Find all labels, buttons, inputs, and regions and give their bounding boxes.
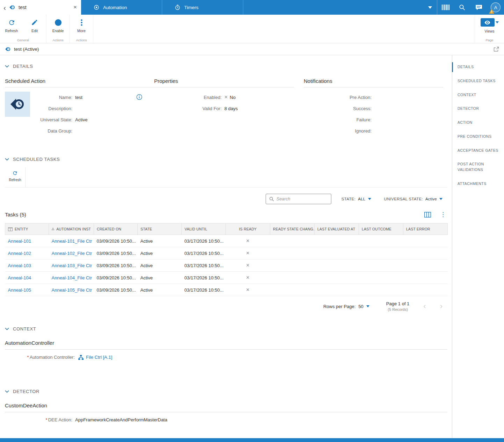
nav-item-action[interactable]: ACTION: [452, 116, 504, 130]
next-page-icon[interactable]: ›: [440, 302, 442, 310]
field-ignored: Ignored:: [304, 125, 443, 136]
field-label: DEE Action:: [48, 417, 72, 422]
field-label: Success:: [304, 106, 372, 111]
column-chooser-icon[interactable]: [424, 212, 431, 218]
expand-window-icon[interactable]: [494, 47, 499, 52]
nav-item-detector[interactable]: DETECTOR: [452, 102, 504, 116]
entity-link[interactable]: Anneal-102: [8, 251, 31, 256]
state-cell: Active: [138, 247, 182, 259]
automation-instance-link[interactable]: Anneal-105_File Ctr: [52, 287, 92, 293]
state-cell: Active: [138, 284, 182, 296]
entity-link[interactable]: Anneal-101: [8, 238, 31, 244]
chevron-down-icon: [5, 158, 9, 161]
top-bar: ‹ test × Automation Timers: [0, 0, 504, 15]
entity-link[interactable]: Anneal-105: [8, 287, 31, 293]
nav-item-pre-conditions[interactable]: PRE CONDITIONS: [452, 130, 504, 144]
column-header-ready-state-change[interactable]: READY STATE CHANG...: [270, 223, 315, 235]
refresh-icon: [8, 19, 15, 26]
entity-link[interactable]: Anneal-103: [8, 263, 31, 268]
field-value: test: [75, 95, 82, 100]
column-header-last-outcome[interactable]: LAST OUTCOME: [359, 223, 403, 235]
not-ready-icon: ×: [246, 238, 249, 244]
automation-instance-link[interactable]: Anneal-102_File Ctr: [52, 251, 92, 256]
nav-item-scheduled-tasks[interactable]: SCHEDULED TASKS: [452, 74, 504, 88]
table-row[interactable]: Anneal-104 Anneal-104_File Ctr 03/09/202…: [5, 272, 448, 284]
created-on-cell: 03/09/2026 10:50...: [94, 259, 138, 272]
automation-instance-link[interactable]: Anneal-103_File Ctr: [52, 263, 92, 268]
section-header-details[interactable]: DETAILS: [5, 64, 447, 69]
nav-item-details[interactable]: DETAILS: [452, 60, 504, 74]
field-label: Failure:: [304, 117, 372, 122]
automation-controller-link[interactable]: File Ctrl [A.1]: [86, 355, 112, 360]
search-button[interactable]: [454, 0, 470, 15]
section-header-context[interactable]: CONTEXT: [5, 326, 447, 332]
rows-per-page-value: 50: [358, 304, 363, 309]
search-input[interactable]: [276, 197, 328, 201]
tab-overflow-button[interactable]: [423, 0, 437, 15]
filter-label: UNIVERSAL STATE:: [384, 197, 423, 201]
column-header-last-error[interactable]: LAST ERROR: [403, 223, 448, 235]
nav-item-attachments[interactable]: ATTACHMENTS: [452, 177, 504, 191]
tab-label: Timers: [184, 5, 199, 10]
field-label: Data Group:: [5, 128, 72, 134]
nav-item-post-action-validations[interactable]: POST ACTION VALIDATIONS: [452, 157, 504, 177]
not-ready-icon: ×: [246, 262, 249, 268]
refresh-label: Refresh: [9, 178, 21, 182]
breadcrumb: test (Active): [0, 43, 504, 55]
section-header-scheduled-tasks[interactable]: SCHEDULED TASKS: [5, 157, 447, 162]
page-indicator: Page 1 of 1: [386, 301, 410, 306]
field-enabled: Enabled: × No: [154, 92, 294, 103]
back-icon[interactable]: ‹: [3, 4, 6, 11]
state-cell: Active: [138, 235, 182, 247]
entity-type-icon: [5, 46, 11, 52]
enable-icon: [55, 19, 62, 26]
top-bar-actions: A: [423, 0, 504, 15]
edit-icon: [31, 19, 38, 26]
enable-button[interactable]: Enable: [46, 15, 70, 38]
valid-until-cell: 03/17/2026 10:50...: [182, 272, 226, 284]
main-content: DETAILS Scheduled Action Name: t: [0, 55, 452, 438]
edit-button[interactable]: Edit: [23, 15, 46, 38]
rows-per-page-select[interactable]: Rows per Page: 50: [323, 304, 369, 309]
tab-timers[interactable]: Timers: [162, 0, 243, 15]
automation-instance-link[interactable]: Anneal-101_File Ctr: [52, 238, 92, 244]
toolbar-group-label: General: [0, 38, 46, 42]
previous-page-icon[interactable]: ‹: [423, 302, 426, 310]
tasks-refresh-button[interactable]: Refresh: [5, 167, 26, 187]
table-row[interactable]: Anneal-102 Anneal-102_File Ctr 03/09/202…: [5, 247, 448, 259]
close-tab-icon[interactable]: ×: [73, 4, 77, 11]
user-menu: A: [487, 0, 504, 15]
scheduled-action-icon: [9, 96, 26, 112]
nav-item-context[interactable]: CONTEXT: [452, 88, 504, 102]
column-header-last-evaluated[interactable]: LAST EVALUATED AT: [315, 223, 359, 235]
state-filter[interactable]: STATE: ALL: [341, 197, 371, 201]
entity-link[interactable]: Anneal-104: [8, 275, 31, 280]
panel-scheduled-action: Scheduled Action Name: test: [5, 78, 154, 136]
scan-button[interactable]: [437, 0, 454, 15]
more-button[interactable]: More: [70, 15, 93, 38]
column-header-entity[interactable]: ENTITY: [5, 223, 49, 235]
column-header-valid-until[interactable]: VALID UNTIL: [182, 223, 226, 235]
automation-instance-link[interactable]: Anneal-104_File Ctr: [52, 275, 92, 280]
refresh-label: Refresh: [5, 29, 18, 33]
field-valid-for: Valid For: 8 days: [154, 103, 294, 114]
views-button[interactable]: [481, 18, 499, 27]
panel-title: Notifications: [304, 78, 443, 87]
tasks-grid-header: Tasks (5) ⋮: [5, 212, 447, 218]
table-row[interactable]: Anneal-103 Anneal-103_File Ctr 03/09/202…: [5, 259, 448, 272]
nav-item-acceptance-gates[interactable]: ACCEPTANCE GATES: [452, 144, 504, 158]
section-header-detector[interactable]: DETECTOR: [5, 389, 447, 394]
column-header-is-ready[interactable]: IS READY: [226, 223, 270, 235]
column-header-created-on[interactable]: CREATED ON: [94, 223, 138, 235]
created-on-cell: 03/09/2026 10:50...: [94, 247, 138, 259]
column-header-automation-instance[interactable]: AUTOMATION INST: [49, 223, 94, 235]
refresh-button[interactable]: Refresh: [0, 15, 23, 38]
tab-automation[interactable]: Automation: [81, 0, 162, 15]
table-row[interactable]: Anneal-105 Anneal-105_File Ctr 03/09/202…: [5, 284, 448, 296]
table-row[interactable]: Anneal-101 Anneal-101_File Ctr 03/09/202…: [5, 235, 448, 247]
info-icon[interactable]: [136, 94, 142, 100]
column-header-state[interactable]: STATE: [138, 223, 182, 235]
active-page-tab[interactable]: ‹ test ×: [0, 0, 81, 15]
messages-button[interactable]: [470, 0, 487, 15]
universal-state-filter[interactable]: UNIVERSAL STATE: Active: [384, 197, 442, 201]
